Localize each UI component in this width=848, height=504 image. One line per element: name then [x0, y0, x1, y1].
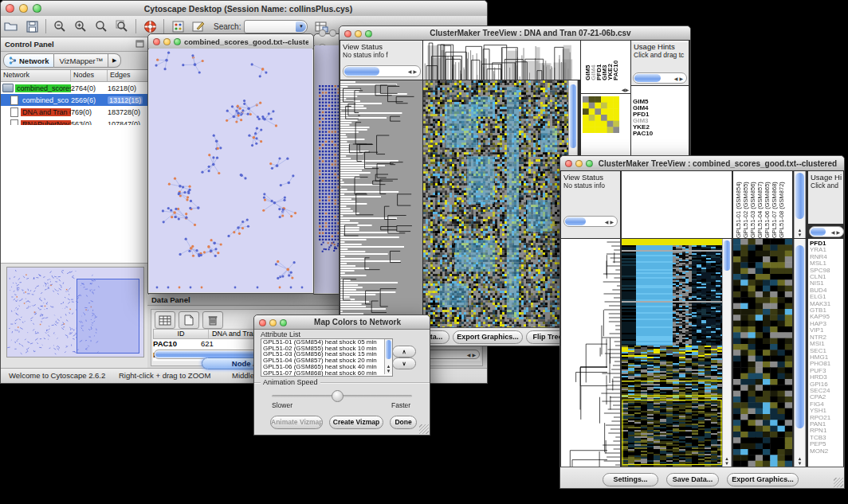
- treeview1-row-dendrogram[interactable]: [340, 80, 422, 327]
- resize-grip-icon[interactable]: [834, 478, 843, 487]
- column-label: GIM4: [590, 43, 595, 80]
- network-row[interactable]: DNA and Tran 07769(0)183728(0): [1, 106, 148, 118]
- close-icon[interactable]: [259, 319, 266, 326]
- tab-overflow-icon[interactable]: ▶: [108, 53, 121, 68]
- close-icon[interactable]: [344, 30, 351, 37]
- minimize-icon[interactable]: [19, 4, 28, 13]
- zoom-heatmap-canvas[interactable]: [733, 239, 792, 467]
- network-edges-cell: 13112(15): [108, 96, 148, 104]
- treeview1-heatmap[interactable]: [423, 80, 568, 327]
- new-attribute-icon[interactable]: [179, 311, 199, 329]
- close-icon[interactable]: [6, 4, 14, 13]
- help-ring-icon[interactable]: [139, 18, 160, 35]
- network-edges-value: 183728(0): [108, 108, 140, 116]
- treeview2-row-dendrogram[interactable]: [561, 239, 620, 467]
- minimize-icon[interactable]: [575, 160, 583, 167]
- network-nodes-cell: 2569(6): [71, 96, 108, 104]
- annotation-icon[interactable]: [188, 18, 209, 35]
- view-status-title: View Status: [563, 173, 620, 182]
- close-icon[interactable]: [153, 38, 160, 45]
- zoom-in-icon[interactable]: [70, 18, 91, 35]
- delete-attribute-icon[interactable]: [202, 311, 223, 329]
- mini-hscroll-arrows-icon[interactable]: ◀▶: [622, 87, 629, 92]
- animate-vizmap-button[interactable]: Animate Vizmap: [270, 416, 323, 429]
- heatmap-canvas[interactable]: [622, 239, 722, 467]
- column-label: GPL51-04 (GSM857): [756, 174, 764, 238]
- row-dendrogram-canvas[interactable]: [340, 80, 422, 327]
- maximize-icon[interactable]: [586, 160, 593, 167]
- network-overview-canvas[interactable]: [7, 268, 143, 357]
- treeview2-zoom-panel[interactable]: [733, 239, 792, 467]
- heatmap-canvas[interactable]: [423, 80, 568, 327]
- treeview1-titlebar[interactable]: ClusterMaker TreeView : DNA and Tran 07-…: [340, 26, 690, 41]
- network-row[interactable]: combined_scores2764(0)16218(0): [1, 82, 148, 94]
- network-window-titlebar[interactable]: combined_scores_good.txt--cluste...: [148, 34, 313, 49]
- view-status-hscrollbar[interactable]: ◀▶: [343, 65, 421, 77]
- minimize-icon[interactable]: [269, 319, 277, 326]
- float-panel-icon[interactable]: [135, 40, 144, 49]
- treeview2-heatmap-vscrollbar[interactable]: ▲▼: [722, 239, 732, 467]
- network-row[interactable]: combined_sco2569(6)13112(15): [1, 94, 148, 106]
- close-icon[interactable]: [565, 160, 572, 167]
- open-folder-icon[interactable]: [1, 18, 22, 35]
- row-dendrogram-canvas[interactable]: [561, 239, 620, 467]
- minimize-icon[interactable]: [163, 38, 171, 45]
- animation-slider-thumb[interactable]: [332, 390, 344, 402]
- resize-grip-icon[interactable]: [419, 424, 429, 434]
- plugins-icon[interactable]: [167, 18, 188, 35]
- usage-hints-text: Click and: [811, 182, 843, 189]
- treeview2-titlebar[interactable]: ClusterMaker TreeView : combined_scores_…: [560, 156, 844, 171]
- gene-label[interactable]: MON2: [808, 448, 843, 455]
- dialog-titlebar[interactable]: Map Colors to Network: [254, 315, 430, 330]
- animation-speed-label: Animation Speed: [261, 378, 320, 386]
- treeview2-heatmap[interactable]: [622, 239, 722, 467]
- save-data-button[interactable]: Save Data...: [666, 473, 719, 486]
- done-button[interactable]: Done: [390, 416, 417, 429]
- attribute-table-icon[interactable]: [155, 311, 175, 329]
- maximize-icon[interactable]: [174, 38, 181, 45]
- minimize-icon[interactable]: [355, 30, 362, 37]
- create-vizmap-button[interactable]: Create Vizmap: [329, 416, 383, 429]
- tab-network[interactable]: Network: [3, 53, 54, 68]
- maximize-icon[interactable]: [280, 319, 287, 326]
- usage-hints-hscrollbar[interactable]: ◀▶: [809, 226, 844, 237]
- col-id[interactable]: ID: [154, 330, 209, 338]
- cytoscape-titlebar[interactable]: Cytoscape Desktop (Session Name: collins…: [1, 1, 487, 17]
- move-down-button[interactable]: ∨: [392, 357, 416, 369]
- gene-label[interactable]: PAC10: [631, 131, 689, 137]
- network-canvas[interactable]: [149, 49, 312, 292]
- minimize-icon[interactable]: [329, 29, 336, 37]
- network-canvas-area[interactable]: [149, 49, 312, 292]
- col-nodes[interactable]: Nodes: [71, 70, 108, 81]
- attribute-list[interactable]: GPL51-01 (GSM854) heat shock 05 minGPL51…: [261, 338, 393, 377]
- attribute-item[interactable]: GPL51-07 (GSM868) heat shock 60 min: [261, 370, 392, 377]
- maximize-icon[interactable]: [33, 4, 41, 13]
- column-dendrogram-canvas[interactable]: [423, 41, 580, 80]
- maximize-icon[interactable]: [365, 30, 372, 37]
- usage-hints-hscrollbar[interactable]: ◀▶: [633, 72, 687, 84]
- col-network[interactable]: Network: [1, 70, 71, 81]
- col-edges[interactable]: Edges: [108, 70, 148, 81]
- zoom-out-icon[interactable]: [49, 18, 70, 35]
- similarity-matrix-canvas[interactable]: [583, 96, 619, 133]
- network-overview-panel[interactable]: [6, 267, 144, 357]
- tab-vizmapper[interactable]: VizMapper™: [54, 53, 108, 68]
- settings-button[interactable]: Settings...: [603, 473, 658, 486]
- search-dropdown-icon[interactable]: ▼: [296, 21, 306, 32]
- close-icon[interactable]: [319, 29, 326, 37]
- treeview1-title: ClusterMaker TreeView : DNA and Tran 07-…: [375, 29, 685, 37]
- zoom-fit-icon[interactable]: [112, 18, 132, 35]
- treeview2-column-dendrogram-area[interactable]: [622, 171, 732, 238]
- save-icon[interactable]: [22, 18, 42, 35]
- treeview2-top-vscrollbar[interactable]: ▲▼: [794, 171, 806, 238]
- view-status-hscrollbar[interactable]: ◀▶: [563, 216, 618, 227]
- export-graphics-button[interactable]: Export Graphics...: [727, 473, 799, 486]
- treeview2-gene-vscrollbar[interactable]: ▲▼: [794, 239, 806, 467]
- network-name-cell: combined_scores: [1, 84, 71, 92]
- attribute-list-vscrollbar[interactable]: ▲▼: [384, 339, 392, 374]
- zoom-selected-icon[interactable]: [91, 18, 112, 35]
- export-graphics-button[interactable]: Export Graphics...: [453, 330, 523, 344]
- treeview1-column-dendrogram[interactable]: [423, 41, 580, 80]
- search-input[interactable]: ▼: [244, 20, 308, 33]
- move-up-button[interactable]: ∧: [392, 346, 416, 357]
